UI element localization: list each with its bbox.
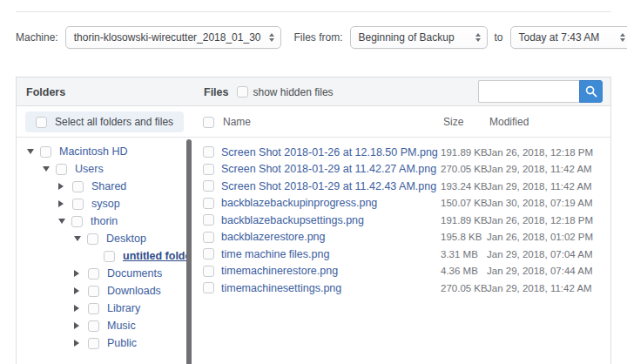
search-input[interactable] [478,80,579,103]
search-group [478,80,603,103]
to-date-select[interactable]: Today at 7:43 AM [510,26,627,49]
file-checkbox[interactable] [203,146,214,158]
select-all-label: Select all folders and files [55,116,173,128]
disclosure-triangle-icon[interactable] [27,149,34,154]
file-checkbox[interactable] [203,282,214,293]
disclosure-triangle-icon[interactable] [74,287,79,294]
tree-row[interactable]: Desktop [17,230,186,247]
disclosure-triangle-icon[interactable] [74,340,79,347]
folder-link[interactable]: untitled folder [123,250,186,262]
file-name-link[interactable]: Screen Shot 2018-01-26 at 12.18.50 PM.pn… [221,146,441,158]
disclosure-triangle-icon[interactable] [43,166,50,172]
show-hidden-checkbox[interactable] [237,86,248,98]
file-modified: Jan 29, 2018, 07:44 AM [487,266,610,276]
file-modified: Jan 26, 2018, 01:02 PM [487,232,610,242]
search-button[interactable] [579,80,603,103]
file-checkbox[interactable] [203,248,214,260]
disclosure-triangle-icon[interactable] [58,183,64,190]
folder-link[interactable]: Macintosh HD [59,145,128,158]
select-all-files-checkbox[interactable] [203,117,214,128]
folder-checkbox[interactable] [88,286,99,297]
file-size: 270.05 KB [441,164,487,174]
file-modified: Jan 30, 2018, 07:19 AM [487,198,610,208]
table-header: Folders Files show hidden files [17,78,610,106]
tree-row[interactable]: Users [17,160,186,178]
file-name-link[interactable]: timemachinerestore.png [221,265,441,277]
folder-link[interactable]: Public [107,337,137,349]
folder-link[interactable]: Downloads [107,285,161,297]
file-name-link[interactable]: timemachinesettings.png [221,282,441,294]
file-checkbox[interactable] [203,198,214,209]
table-body: Macintosh HD Users Shared sysop thorin D… [17,138,610,364]
folders-scrollbar[interactable] [186,138,192,364]
disclosure-triangle-icon[interactable] [58,200,64,207]
file-row[interactable]: backblazebackupinprogress.png 150.07 KB … [192,195,610,212]
folder-link[interactable]: Desktop [106,233,146,245]
file-name-link[interactable]: backblazebackupsettings.png [221,214,441,226]
folder-checkbox[interactable] [87,233,98,245]
file-checkbox[interactable] [203,180,214,192]
file-checkbox[interactable] [203,266,214,277]
top-divider [16,11,611,12]
file-checkbox[interactable] [203,164,214,175]
file-row[interactable]: time machine files.png 3.31 MB Jan 29, 2… [192,246,610,263]
disclosure-triangle-icon[interactable] [74,236,81,241]
folder-checkbox[interactable] [40,146,51,158]
tree-row[interactable]: Macintosh HD [17,143,186,160]
folder-link[interactable]: Music [107,320,136,332]
disclosure-triangle-icon[interactable] [58,219,65,224]
to-date-select-value: Today at 7:43 AM [519,31,600,44]
show-hidden-files-toggle[interactable]: show hidden files [237,86,334,98]
folder-link[interactable]: Shared [91,180,126,192]
disclosure-triangle-icon[interactable] [74,305,79,312]
select-all-checkbox[interactable] [36,117,47,128]
disclosure-triangle-icon[interactable] [74,270,79,277]
tree-row[interactable]: Public [17,334,186,352]
file-checkbox[interactable] [203,214,214,226]
folder-checkbox[interactable] [72,181,84,192]
folder-checkbox[interactable] [88,338,99,349]
files-from-select[interactable]: Beginning of Backup [350,26,488,49]
file-name-link[interactable]: backblazebackupinprogress.png [221,197,441,209]
folder-checkbox[interactable] [104,251,115,262]
tree-row[interactable]: Documents [17,265,186,282]
machine-select[interactable]: thorin-klosowski-wirecutter_2018_01_30 [65,26,282,49]
file-size: 3.31 MB [441,249,487,260]
tree-row[interactable]: thorin [17,212,186,230]
tree-row[interactable]: Downloads [17,282,186,300]
file-name-link[interactable]: backblazerestore.png [221,231,441,243]
file-row[interactable]: timemachinerestore.png 4.36 MB Jan 29, 2… [192,263,610,280]
file-name-link[interactable]: time machine files.png [221,248,441,260]
scrollbar-thumb[interactable] [186,139,192,364]
file-row[interactable]: backblazebackupsettings.png 191.89 KB Ja… [192,212,610,229]
disclosure-triangle-icon[interactable] [74,322,79,329]
folder-checkbox[interactable] [88,268,99,280]
tree-row[interactable]: Library [17,300,186,317]
file-row[interactable]: Screen Shot 2018-01-29 at 11.42.43 AM.pn… [192,178,610,195]
folder-link[interactable]: Documents [107,267,162,280]
folder-link[interactable]: sysop [91,198,120,210]
folder-checkbox[interactable] [56,164,67,175]
folder-checkbox[interactable] [72,199,84,210]
folder-link[interactable]: Library [107,302,140,314]
folder-checkbox[interactable] [88,303,99,314]
file-modified: Jan 26, 2018, 12:18 PM [487,215,610,226]
file-row[interactable]: Screen Shot 2018-01-26 at 12.18.50 PM.pn… [192,144,610,161]
file-row[interactable]: timemachinesettings.png 270.05 KB Jan 29… [192,280,610,297]
file-row[interactable]: backblazerestore.png 195.8 KB Jan 26, 20… [192,229,610,246]
folder-checkbox[interactable] [71,216,83,227]
select-all-control[interactable]: Select all folders and files [25,111,184,132]
tree-row[interactable]: untitled folder [17,247,186,265]
file-name-link[interactable]: Screen Shot 2018-01-29 at 11.42.43 AM.pn… [221,180,441,192]
tree-row[interactable]: Shared [17,178,186,195]
folder-link[interactable]: Users [75,163,104,175]
tree-row[interactable]: Music [17,317,186,334]
modified-column-header: Modified [489,106,529,138]
file-checkbox[interactable] [203,232,214,243]
tree-row[interactable]: sysop [17,195,186,212]
folder-checkbox[interactable] [88,320,99,332]
file-row[interactable]: Screen Shot 2018-01-29 at 11.42.27 AM.pn… [192,161,610,179]
file-name-link[interactable]: Screen Shot 2018-01-29 at 11.42.27 AM.pn… [221,163,441,175]
folder-link[interactable]: thorin [91,215,118,227]
folder-tree: Macintosh HD Users Shared sysop thorin D… [17,138,186,364]
